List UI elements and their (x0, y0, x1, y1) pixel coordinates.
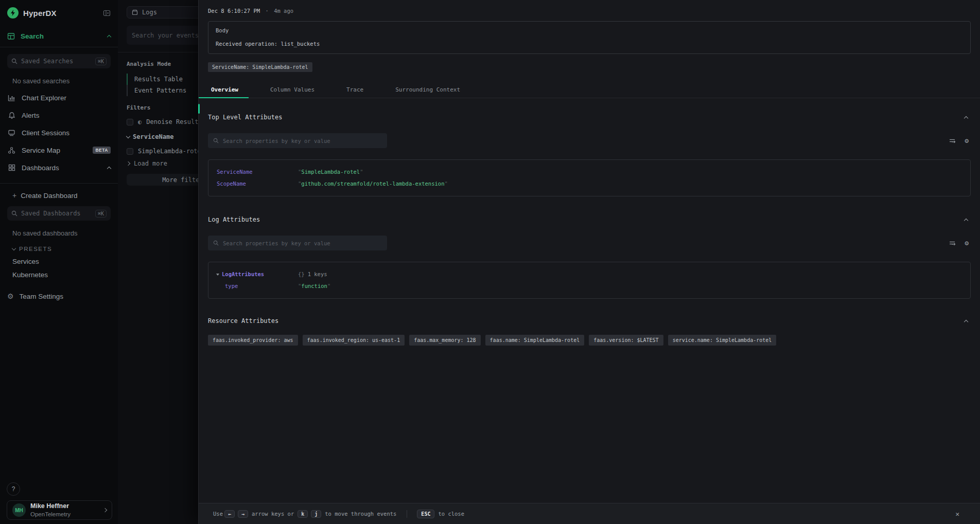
drawer-tabs: Overview Column Values Trace Surrounding… (199, 83, 980, 98)
logs-source-icon (132, 9, 138, 15)
denoise-icon: ◐ (138, 118, 142, 125)
close-icon[interactable]: ✕ (955, 510, 959, 518)
attribute-row[interactable]: ServiceName SimpleLambda-rotel (217, 166, 962, 178)
section-resource-attributes: Resource Attributes (208, 317, 971, 324)
tab-surrounding-context[interactable]: Surrounding Context (385, 83, 470, 98)
denoise-checkbox[interactable] (127, 119, 133, 125)
section-collapse-icon[interactable] (964, 218, 968, 222)
service-name-tag[interactable]: ServiceName: SimpleLambda-rotel (208, 62, 312, 72)
filter-value-label: SimpleLambda-rotel (138, 148, 205, 155)
create-dashboard-label: Create Dashboard (21, 192, 77, 200)
sidebar-item-alerts[interactable]: Alerts (7, 106, 111, 124)
source-select-value: Logs (142, 9, 157, 16)
user-name: Mike Heffner (30, 502, 71, 511)
braces-icon: {} (298, 271, 305, 277)
drawer-footer: Use ← → arrow keys or k j to move throug… (199, 503, 980, 524)
timestamp-separator: · (265, 8, 268, 14)
sidebar-nav: Chart Explorer Alerts Client Sessions (7, 89, 111, 176)
filter-value-checkbox[interactable] (127, 148, 133, 155)
user-menu[interactable]: MH Mike Heffner OpenTelemetry (7, 500, 112, 520)
grid-icon (7, 164, 16, 171)
resource-chip[interactable]: faas.name: SimpleLambda-rotel (485, 335, 585, 346)
sidebar-item-chart-explorer[interactable]: Chart Explorer (7, 89, 111, 106)
sidebar-item-dashboards[interactable]: Dashboards (7, 159, 111, 176)
log-attributes-search-input[interactable] (223, 240, 382, 246)
tab-overview[interactable]: Overview (199, 83, 249, 98)
attribute-row[interactable]: type function (217, 280, 962, 292)
top-level-search-box[interactable] (208, 133, 387, 148)
chevron-down-icon (12, 246, 16, 250)
no-saved-searches-text: No saved searches (12, 77, 111, 85)
sidebar-item-service-map[interactable]: Service Map BETA (7, 141, 111, 159)
sidebar-item-label: Team Settings (20, 293, 64, 300)
saved-searches-input[interactable] (21, 58, 92, 65)
attribute-value: function (298, 280, 330, 292)
presets-toggle[interactable]: PRESETS (12, 246, 111, 252)
hint-use: Use (213, 511, 223, 517)
resource-chip[interactable]: faas.invoked_provider: aws (208, 335, 298, 346)
drawer-resize-handle[interactable] (198, 104, 200, 114)
sidebar-item-client-sessions[interactable]: Client Sessions (7, 124, 111, 141)
sidebar-collapse-icon[interactable] (103, 9, 111, 17)
sidebar-item-team-settings[interactable]: ⚙ Team Settings (7, 292, 111, 300)
presets-label: PRESETS (19, 246, 52, 252)
sidebar-item-label: Dashboards (22, 164, 59, 172)
search-icon (11, 210, 18, 216)
log-attributes-root-row[interactable]: LogAttributes {}1 keys (217, 268, 962, 280)
keys-count: 1 keys (308, 271, 327, 277)
tab-trace[interactable]: Trace (336, 83, 374, 98)
attribute-row[interactable]: ScopeName github.com/streamfold/rotel-la… (217, 178, 962, 190)
search-icon (11, 58, 18, 64)
timestamp-relative: 4m ago (274, 8, 293, 14)
gear-icon[interactable]: ⚙ (965, 239, 969, 247)
divider (0, 47, 118, 47)
saved-searches-search[interactable]: ⌘K (7, 54, 111, 68)
section-collapse-icon[interactable] (964, 319, 968, 323)
shortcut-badge: ⌘K (95, 210, 107, 218)
preset-item-services[interactable]: Services (12, 258, 111, 265)
key-j: j (311, 510, 321, 518)
attribute-key: LogAttributes (222, 268, 298, 280)
saved-dashboards-search[interactable]: ⌘K (7, 206, 111, 221)
sidebar-item-label: Client Sessions (22, 129, 69, 137)
load-more-label: Load more (134, 160, 167, 167)
log-attributes-search-box[interactable] (208, 236, 387, 250)
resource-chip[interactable]: faas.version: $LATEST (589, 335, 663, 346)
top-level-search-input[interactable] (223, 138, 382, 144)
brand-title: HyperDX (23, 9, 57, 17)
section-title: Resource Attributes (208, 317, 278, 324)
sidebar-item-label: Alerts (22, 112, 40, 119)
section-title: Top Level Attributes (208, 114, 283, 121)
resource-chip[interactable]: service.name: SimpleLambda-rotel (668, 335, 777, 346)
chart-icon (7, 94, 16, 102)
preset-item-kubernetes[interactable]: Kubernetes (12, 271, 111, 279)
resource-chip[interactable]: faas.max_memory: 128 (409, 335, 480, 346)
attribute-key: type (217, 280, 298, 292)
hyperdx-logo-icon (7, 7, 19, 19)
resource-chip[interactable]: faas.invoked_region: us-east-1 (303, 335, 405, 346)
hint-close: to close (438, 511, 464, 517)
tab-column-values[interactable]: Column Values (260, 83, 325, 98)
key-arrow-left: ← (224, 510, 235, 518)
resource-attribute-chips: faas.invoked_provider: aws faas.invoked_… (208, 335, 971, 346)
section-title: Log Attributes (208, 216, 260, 223)
help-button[interactable]: ? (7, 482, 20, 496)
chevron-right-icon (103, 508, 107, 512)
saved-dashboards-input[interactable] (21, 210, 92, 217)
gear-icon[interactable]: ⚙ (965, 137, 969, 144)
section-collapse-icon[interactable] (964, 116, 968, 120)
sidebar: HyperDX Search ⌘K No saved s (0, 0, 118, 524)
section-top-level-attributes: Top Level Attributes (208, 114, 971, 121)
create-dashboard-button[interactable]: + Create Dashboard (12, 191, 111, 200)
attribute-key: ServiceName (217, 166, 298, 178)
key-arrow-right: → (238, 510, 248, 518)
sort-lines-icon[interactable] (949, 138, 956, 144)
event-body-box: Body Received operation: list_buckets (208, 21, 971, 54)
monitor-icon (7, 129, 16, 136)
sidebar-item-search[interactable]: Search (7, 32, 111, 40)
hyperdx-app: HyperDX Search ⌘K No saved s (0, 0, 980, 524)
sort-lines-icon[interactable] (949, 240, 956, 246)
key-k: k (297, 510, 308, 518)
bell-icon (7, 112, 16, 119)
user-org: OpenTelemetry (30, 511, 71, 518)
